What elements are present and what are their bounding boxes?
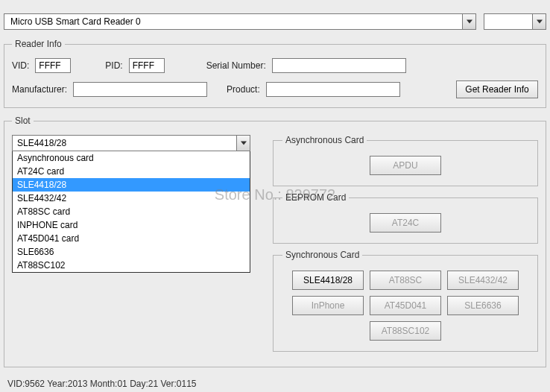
sync-card-legend: Synchronous Card (282, 250, 362, 260)
sync-card-button[interactable]: AT88SC (370, 271, 441, 290)
sync-card-button[interactable]: SLE4432/42 (447, 271, 519, 290)
card-type-option[interactable]: AT45D041 card (13, 232, 250, 245)
manufacturer-input[interactable] (73, 82, 207, 97)
card-type-option[interactable]: Asynchronous card (13, 151, 250, 165)
reader-select-text: Micro USB Smart Card Reader 0 (4, 16, 462, 27)
card-type-option[interactable]: SLE4418/28 (13, 178, 250, 192)
manufacturer-label: Manufacturer: (12, 84, 67, 95)
apdu-button[interactable]: APDU (370, 156, 441, 175)
serial-input[interactable] (272, 58, 406, 73)
sync-card-button[interactable]: SLE6636 (447, 296, 519, 315)
reader-select[interactable]: Micro USB Smart Card Reader 0 (4, 13, 476, 30)
async-card-group: Asynchronous Card APDU (273, 135, 538, 186)
card-type-combo-btn[interactable] (236, 136, 250, 151)
card-type-option[interactable]: AT88SC102 (13, 259, 250, 272)
card-type-dropdown-list[interactable]: Asynchronous cardAT24C cardSLE4418/28SLE… (12, 151, 250, 273)
chevron-down-icon (537, 19, 543, 24)
status-bar: VID:9562 Year:2013 Month:01 Day:21 Ver:0… (7, 379, 197, 389)
product-label: Product: (227, 84, 260, 95)
sync-card-button[interactable]: AT45D041 (370, 296, 441, 315)
reader-info-legend: Reader Info (12, 39, 65, 49)
secondary-select[interactable] (484, 13, 546, 30)
reader-info-group: Reader Info VID: PID: Serial Number: Man… (4, 39, 546, 108)
chevron-down-icon (467, 19, 472, 24)
eeprom-card-legend: EEPROM Card (282, 192, 349, 203)
product-input[interactable] (266, 82, 400, 97)
sync-card-button[interactable]: SLE4418/28 (292, 271, 364, 290)
card-type-combo[interactable]: SLE4418/28 (12, 135, 250, 151)
card-type-combo-text: SLE4418/28 (13, 138, 236, 148)
get-reader-info-button[interactable]: Get Reader Info (456, 80, 538, 98)
at24c-button[interactable]: AT24C (370, 213, 441, 233)
card-type-option[interactable]: AT88SC card (13, 205, 250, 218)
slot-group: Slot SLE4418/28 Asynchronous cardAT24C c… (4, 116, 546, 367)
sync-card-group: Synchronous Card SLE4418/28AT88SCSLE4432… (273, 250, 538, 352)
pid-label: PID: (105, 60, 122, 71)
card-type-option[interactable]: SLE4432/42 (13, 192, 250, 205)
sync-card-button[interactable]: AT88SC102 (370, 321, 441, 341)
vid-label: VID: (12, 60, 29, 71)
slot-legend: Slot (12, 116, 34, 126)
eeprom-card-group: EEPROM Card AT24C (273, 192, 538, 244)
reader-select-dropdown-btn[interactable] (462, 14, 475, 29)
secondary-select-dropdown-btn[interactable] (532, 14, 546, 29)
card-type-option[interactable]: INPHONE card (13, 218, 250, 232)
sync-card-button[interactable]: InPhone (292, 296, 364, 315)
async-card-legend: Asynchronous Card (282, 135, 367, 145)
chevron-down-icon (241, 141, 247, 145)
card-type-option[interactable]: AT24C card (13, 165, 250, 178)
vid-input[interactable] (35, 58, 71, 73)
pid-input[interactable] (129, 58, 165, 73)
serial-label: Serial Number: (206, 60, 266, 71)
card-type-option[interactable]: SLE6636 (13, 245, 250, 259)
